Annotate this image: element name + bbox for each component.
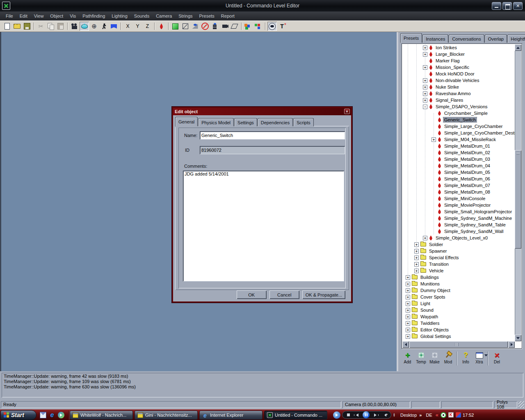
panel-tab[interactable]: Heightfield bbox=[507, 34, 525, 43]
mail-icon[interactable] bbox=[40, 412, 46, 418]
paste-icon[interactable] bbox=[56, 22, 65, 31]
minimize-button[interactable] bbox=[492, 2, 501, 10]
tree-item[interactable]: Global Settings bbox=[402, 333, 515, 340]
tree-item-label[interactable]: Simple_M04_MissileRack bbox=[443, 137, 497, 142]
tray-eye-icon[interactable] bbox=[441, 412, 446, 418]
expand-box[interactable] bbox=[406, 301, 410, 306]
panel-tab[interactable]: Physics Model bbox=[198, 118, 234, 126]
tree-item[interactable]: Spawner bbox=[402, 248, 515, 254]
tree-item-label[interactable]: Waypath bbox=[420, 314, 439, 319]
expand-box[interactable] bbox=[423, 98, 427, 103]
expand-box[interactable] bbox=[414, 256, 419, 260]
make-button[interactable]: Make bbox=[428, 350, 441, 368]
light-view-icon[interactable] bbox=[210, 22, 219, 31]
volume-button[interactable] bbox=[383, 413, 386, 417]
tree-item[interactable]: Generic_Switch bbox=[402, 116, 515, 123]
scroll-left-button[interactable] bbox=[402, 341, 409, 348]
tree-item-label[interactable]: Simple_Sydney_SandM_Machine bbox=[443, 216, 513, 221]
tree-item[interactable]: Raveshaw Ammo bbox=[402, 90, 515, 97]
toolbar-button[interactable] bbox=[167, 22, 170, 31]
tree-item[interactable]: Simple_MetalDrum_01 bbox=[402, 143, 515, 149]
panel-tab[interactable]: Instances bbox=[422, 34, 448, 43]
wireframe-view-icon[interactable] bbox=[180, 22, 190, 31]
tree-item[interactable]: Simple_Large_CryoChamber_Destr bbox=[402, 130, 515, 136]
tree-item-label[interactable]: Simple_MetalDrum_08 bbox=[443, 189, 491, 194]
toolbar-button[interactable] bbox=[263, 22, 267, 31]
tree-item[interactable]: Simple_Small_HologramProjector bbox=[402, 208, 515, 215]
tree-item-label[interactable]: Simple_MiniConsole bbox=[443, 196, 486, 201]
tree-item[interactable]: Mission_Specific bbox=[402, 64, 515, 71]
panel-tab[interactable]: Dependencies bbox=[258, 118, 293, 126]
mod-button[interactable]: Mod bbox=[441, 350, 455, 368]
expand-box[interactable] bbox=[423, 65, 427, 70]
menu-item[interactable]: Presets bbox=[196, 11, 218, 21]
tree-item-label[interactable]: Marker Flag bbox=[435, 58, 461, 63]
save-file-icon[interactable] bbox=[22, 22, 32, 31]
previous-button[interactable] bbox=[354, 413, 358, 417]
expand-box[interactable] bbox=[406, 328, 410, 332]
ok-propagate-button[interactable]: OK & Propagate... bbox=[302, 290, 345, 299]
menu-item[interactable]: Lighting bbox=[108, 11, 131, 21]
tree-item-label[interactable]: Special Effects bbox=[428, 255, 460, 260]
drop-marker-icon[interactable] bbox=[157, 22, 166, 31]
comments-textarea[interactable]: JDG added 5/14/2001 bbox=[183, 171, 344, 281]
tree-item[interactable]: Munitions bbox=[402, 281, 515, 287]
expand-box[interactable] bbox=[423, 46, 427, 50]
tree-item[interactable]: Simple_MetalDrum_06 bbox=[402, 176, 515, 182]
media-player-icon[interactable] bbox=[333, 411, 340, 419]
tree-item-label[interactable]: Sound bbox=[420, 308, 434, 313]
panel-tab[interactable]: Conversations bbox=[449, 34, 484, 43]
pause-button[interactable] bbox=[363, 411, 370, 418]
stop-button[interactable] bbox=[347, 413, 350, 416]
open-file-icon[interactable] bbox=[12, 22, 22, 31]
expand-box[interactable] bbox=[414, 249, 419, 253]
preset-action-button[interactable] bbox=[486, 350, 490, 368]
expand-box[interactable] bbox=[423, 236, 427, 240]
tree-item-label[interactable]: Simple_Large_CryoChamber_Destr bbox=[443, 130, 515, 135]
desktop-toolbar[interactable]: Desktop » bbox=[400, 413, 422, 418]
toolbar-button[interactable] bbox=[240, 22, 243, 31]
toolbar-button[interactable] bbox=[119, 22, 123, 31]
tree-item-label[interactable]: Generic_Switch bbox=[443, 117, 477, 122]
tree-item-label[interactable]: Simple_Objects_Level_x0 bbox=[435, 235, 488, 240]
vis-points-icon[interactable] bbox=[190, 22, 200, 31]
tree-item-label[interactable]: Raveshaw Ammo bbox=[435, 91, 472, 96]
scroll-up-button[interactable] bbox=[515, 44, 521, 51]
tree-item[interactable]: Special Effects bbox=[402, 254, 515, 261]
tree-item[interactable]: Simple_Sydney_SandM_Wall bbox=[402, 228, 515, 235]
task-whitewolf[interactable]: WhiteWolf - Nachrich... bbox=[70, 411, 133, 420]
tree-item-label[interactable]: Ion Strikes bbox=[435, 45, 458, 50]
scroll-down-button[interactable] bbox=[515, 335, 521, 341]
tree-item-label[interactable]: Buildings bbox=[420, 275, 440, 280]
tree-item[interactable]: Mock HoNOD Door bbox=[402, 71, 515, 77]
tree-item-label[interactable]: Simple_Large_CryoChamber bbox=[443, 124, 503, 129]
tree-item-label[interactable]: Simple_MetalDrum_06 bbox=[443, 176, 491, 181]
toolbar-button[interactable] bbox=[66, 22, 69, 31]
panel-tab[interactable]: Presets bbox=[400, 33, 422, 43]
tree-item-label[interactable]: Mock HoNOD Door bbox=[435, 71, 475, 76]
tree-item[interactable]: Ion Strikes bbox=[402, 44, 515, 51]
tree-item-label[interactable]: Munitions bbox=[420, 281, 441, 286]
tree-item-label[interactable]: Cryochamber_Simple bbox=[443, 111, 488, 116]
expand-box[interactable] bbox=[406, 282, 410, 286]
expand-box[interactable] bbox=[423, 91, 427, 96]
walk-mode-icon[interactable] bbox=[99, 22, 109, 31]
scrollbar-thumb[interactable] bbox=[409, 341, 508, 348]
menu-item[interactable]: Vis bbox=[66, 11, 79, 21]
panel-tab[interactable]: Settings bbox=[234, 118, 257, 126]
tree-item[interactable]: Signal_Flares bbox=[402, 97, 515, 103]
tree-item-label[interactable]: Vehicle bbox=[428, 268, 444, 273]
resize-grip[interactable] bbox=[518, 401, 524, 408]
cut-icon[interactable] bbox=[36, 22, 46, 31]
tree-item[interactable]: Transition bbox=[402, 261, 515, 267]
tree-item[interactable]: Simple_MetalDrum_08 bbox=[402, 189, 515, 195]
tree-item-label[interactable]: Simple_MetalDrum_05 bbox=[443, 170, 491, 175]
tree-item-label[interactable]: Spawner bbox=[428, 249, 447, 253]
tree-item[interactable]: Simple_MetalDrum_05 bbox=[402, 169, 515, 176]
dialog-title-bar[interactable]: Edit object bbox=[173, 108, 351, 115]
internet-explorer-icon[interactable] bbox=[49, 412, 55, 418]
tree-item[interactable]: Simple_Sydney_SandM_Machine bbox=[402, 215, 515, 221]
new-file-icon[interactable] bbox=[2, 22, 12, 31]
expand-box[interactable] bbox=[406, 334, 410, 339]
info-button[interactable]: Info bbox=[459, 350, 472, 368]
